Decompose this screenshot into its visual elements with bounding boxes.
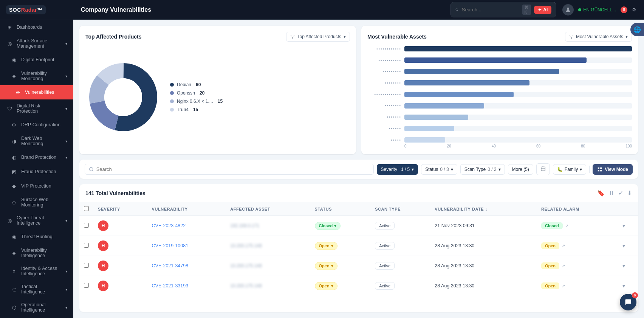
svg-rect-16	[598, 167, 599, 169]
row-cve[interactable]: CVE-2021-34798	[147, 256, 226, 276]
row-status: Closed ▾	[310, 216, 371, 236]
sidebar-item-surface-web[interactable]: ◇ Surface Web Monitoring	[0, 193, 73, 211]
scan-type-badge: Active	[375, 222, 395, 230]
status-filter[interactable]: Status 0 / 3 ▾	[421, 164, 457, 175]
row-severity: H	[93, 216, 147, 236]
external-link-icon[interactable]: ↗	[562, 244, 565, 248]
download-icon[interactable]: ⬇	[627, 189, 632, 197]
scan-type-filter[interactable]: Scan Type 0 / 2 ▾	[460, 164, 505, 175]
expand-button[interactable]: ▾	[622, 263, 625, 269]
row-expand[interactable]: ▾	[618, 256, 638, 276]
row-cve[interactable]: CVE-2021-33193	[147, 276, 226, 296]
help-button[interactable]: 9	[620, 294, 636, 310]
bookmark-icon[interactable]: 🔖	[597, 189, 605, 197]
row-alarm: Open ↗	[537, 236, 618, 256]
expand-button[interactable]: ▾	[622, 223, 625, 229]
table-row[interactable]: H CVE-2019-10081 10.200.175.148 Open ▾ A…	[79, 236, 638, 256]
status-pill[interactable]: Open ▾	[315, 262, 337, 270]
bar-fill	[404, 69, 559, 74]
dashboard-icon: ⊞	[6, 24, 13, 31]
severity-filter[interactable]: Severity 1 / 5 ▾	[377, 164, 418, 175]
sidebar-item-vulnerabilities[interactable]: ❋ Vulnerabilities	[0, 85, 73, 99]
sidebar-item-digital-risk[interactable]: 🛡 Digital Risk Protection ▾	[0, 99, 73, 118]
row-scan-type: Active	[370, 256, 430, 276]
bar-label: ••••••••	[367, 104, 401, 108]
vuln-monitoring-icon: ◈	[11, 73, 17, 79]
family-filter[interactable]: 🐛 Family ▾	[553, 164, 586, 175]
sidebar-item-cyber-threat[interactable]: ◎ Cyber Threat Intelligence ▾	[0, 211, 73, 230]
assets-filter-button[interactable]: Most Vulnerable Assets ▾	[565, 32, 632, 42]
table-row[interactable]: H CVE-2021-33193 10.200.175.148 Open ▾ A…	[79, 276, 638, 296]
sidebar-item-vip-protection[interactable]: ◆ VIP Protection	[0, 179, 73, 193]
ai-button[interactable]: ✦ AI	[534, 6, 551, 14]
row-date: 28 Aug 2023 13:30	[430, 276, 537, 296]
notification-badge[interactable]: 9	[621, 6, 627, 13]
expand-icon: ▾	[65, 42, 67, 46]
brand-icon: ◐	[11, 154, 17, 161]
sidebar-item-drp-config[interactable]: ⚙ DRP Configuration	[0, 118, 73, 132]
table-row[interactable]: H CVE-2023-4822 192.168.0.171 Closed ▾ A…	[79, 216, 638, 236]
row-checkbox[interactable]	[84, 223, 89, 228]
row-expand[interactable]: ▾	[618, 216, 638, 236]
select-all-checkbox[interactable]	[84, 206, 89, 211]
sidebar-item-attack-surface[interactable]: ◎ Attack Surface Management ▾	[0, 34, 73, 53]
sidebar-item-identity-access[interactable]: ◊ Identity & Access Intelligence ▾	[0, 262, 73, 280]
table-row[interactable]: H CVE-2021-34798 10.200.175.148 Open ▾ A…	[79, 256, 638, 276]
sidebar-item-fraud-protection[interactable]: ◩ Fraud Protection	[0, 164, 73, 179]
row-checkbox[interactable]	[84, 263, 89, 268]
sidebar-item-digital-footprint[interactable]: ◉ Digital Footprint	[0, 53, 73, 67]
threat-hunting-icon: ◉	[11, 233, 17, 240]
status-pill[interactable]: Open ▾	[315, 242, 337, 250]
col-date: Vulnerability Date ↓	[430, 202, 537, 216]
external-link-icon[interactable]: ↗	[562, 284, 565, 289]
more-filter[interactable]: More (5)	[508, 164, 533, 175]
settings-icon[interactable]: ⚙	[632, 7, 636, 12]
status-pill[interactable]: Closed ▾	[315, 222, 341, 230]
alarm-pill: Closed	[541, 222, 563, 229]
row-checkbox[interactable]	[84, 243, 89, 248]
fraud-icon: ◩	[11, 168, 17, 175]
assets-card-title: Most Vulnerable Assets	[367, 34, 427, 40]
avatar[interactable]	[562, 4, 574, 16]
bar-row: •••••	[367, 137, 632, 143]
bar-axis: 0 20 40 60 80 100	[367, 144, 632, 148]
svg-rect-12	[541, 167, 545, 171]
expand-button[interactable]: ▾	[622, 283, 625, 289]
sidebar-item-vuln-monitoring[interactable]: ◈ Vulnerability Monitoring ▾	[0, 67, 73, 85]
sidebar-item-tactical-intel[interactable]: ◌ Tactical Intelligence ▾	[0, 280, 73, 298]
expand-button[interactable]: ▾	[622, 243, 625, 249]
bar-row: •••••••••••••	[367, 92, 632, 97]
row-cve[interactable]: CVE-2019-10081	[147, 236, 226, 256]
search-input[interactable]	[462, 7, 520, 12]
row-cve[interactable]: CVE-2023-4822	[147, 216, 226, 236]
pause-icon[interactable]: ⏸	[608, 190, 615, 197]
sidebar-item-brand-protection[interactable]: ◐ Brand Protection ▾	[0, 150, 73, 164]
row-checkbox[interactable]	[84, 283, 89, 288]
calendar-button[interactable]	[536, 163, 550, 175]
bar-row: ••••••	[367, 126, 632, 131]
check-icon[interactable]: ✓	[618, 189, 623, 197]
sidebar-item-threat-hunting[interactable]: ◉ Threat Hunting	[0, 230, 73, 244]
row-expand[interactable]: ▾	[618, 236, 638, 256]
globe-button[interactable]: 🌐	[630, 23, 644, 36]
sidebar-item-dashboards[interactable]: ⊞ Dashboards	[0, 20, 73, 34]
products-filter-button[interactable]: Top Affected Products ▾	[286, 32, 350, 42]
svg-marker-9	[570, 35, 573, 39]
sidebar-item-supply-chain[interactable]: ⬢ Supply Chain Intelligence ▾	[0, 316, 73, 318]
col-asset: Affected Asset	[226, 202, 310, 216]
external-link-icon[interactable]: ↗	[565, 223, 568, 228]
row-severity: H	[93, 276, 147, 296]
sidebar-item-dark-web[interactable]: ◑ Dark Web Monitoring ▾	[0, 132, 73, 150]
row-status: Open ▾	[310, 236, 371, 256]
expand-icon: ▾	[65, 155, 67, 160]
bar-label: ••••••••••••	[367, 47, 401, 51]
bar-row: •••••••	[367, 115, 632, 120]
external-link-icon[interactable]: ↗	[562, 264, 565, 268]
table-search-input[interactable]	[96, 166, 370, 172]
chevron-down-icon: ▾	[451, 167, 453, 172]
status-pill[interactable]: Open ▾	[315, 282, 337, 290]
sidebar-item-vuln-intel[interactable]: ◈ Vulnerability Intelligence	[0, 244, 73, 262]
view-mode-button[interactable]: View Mode	[593, 164, 633, 175]
sidebar-item-operational-intel[interactable]: ⬡ Operational Intelligence ▾	[0, 298, 73, 316]
bar-track	[404, 69, 632, 74]
